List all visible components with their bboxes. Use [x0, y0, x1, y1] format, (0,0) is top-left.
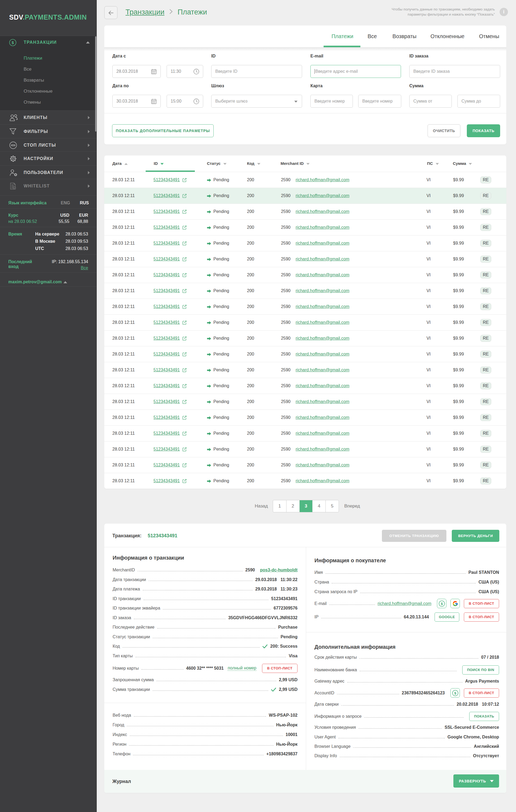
svg-text:$: $ [11, 40, 14, 45]
svg-text:$: $ [454, 691, 456, 695]
svg-text:$: $ [441, 602, 443, 606]
